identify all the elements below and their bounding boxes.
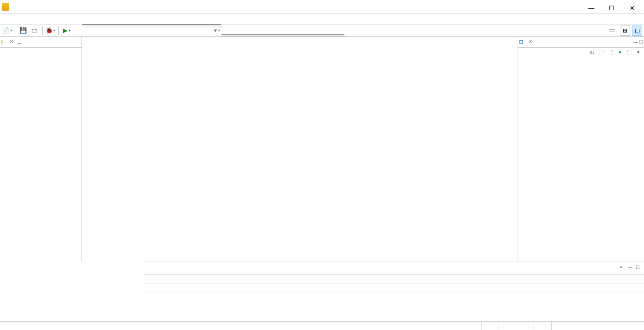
problems-table[interactable] — [144, 274, 644, 321]
quick-access[interactable] — [609, 29, 615, 32]
ext-tools-button[interactable]: ▾ — [212, 25, 222, 36]
save-button[interactable]: 💾 — [18, 25, 28, 36]
php-perspective-button[interactable]: ▢ — [632, 25, 642, 36]
outline-tree[interactable] — [518, 58, 644, 261]
maximize-icon[interactable]: ☐ — [636, 265, 642, 270]
titlebar: — ☐ ✕ — [0, 0, 644, 14]
debug-button[interactable]: 🐞 — [45, 25, 56, 36]
new-button[interactable]: 📄 — [2, 25, 12, 36]
window-buttons: — ☐ ✕ — [581, 2, 642, 12]
bottom-panel: ▾ — ☐ — [144, 261, 644, 321]
view-menu-icon[interactable]: ▾ — [620, 265, 626, 270]
filter-icon[interactable]: ⬚ — [598, 49, 605, 57]
outline-tab[interactable]: ✕ — [524, 38, 535, 46]
sort-icon[interactable]: a↓ — [588, 49, 596, 57]
outline-toolbar: a↓ ⬚ ⬚ ● ⬚ ▾ — [518, 48, 644, 58]
outline-panel: ⊟ ✕ — ☐ a↓ ⬚ ⬚ ● ⬚ ▾ — [518, 37, 644, 261]
status-insert — [499, 322, 516, 330]
status-readonly — [481, 322, 499, 330]
close-icon[interactable]: ✕ — [8, 39, 14, 45]
editor-area: — ☐ — [82, 37, 518, 261]
local-icon[interactable]: ⬚ — [625, 49, 633, 57]
project-explorer-panel: ⎘ ✕ ☰ — [0, 37, 82, 261]
remote-tab[interactable] — [23, 41, 26, 43]
maximize-icon[interactable]: ☐ — [639, 39, 643, 44]
hide-icon[interactable]: ⬚ — [607, 49, 614, 57]
bottom-tabs: ▾ — ☐ — [144, 261, 644, 273]
menubar — [0, 14, 644, 24]
workspace: ⎘ ✕ ☰ — ☐ ⊟ ✕ — ☐ — [0, 37, 644, 261]
status-position — [516, 322, 533, 330]
run-button[interactable]: ▶ — [62, 25, 72, 36]
menu-icon[interactable]: ▾ — [635, 49, 642, 57]
minimize-icon[interactable]: — — [628, 265, 634, 270]
statusbar — [0, 321, 644, 330]
save-all-button[interactable]: 🗃 — [29, 25, 39, 36]
project-explorer-tab[interactable]: ✕ — [5, 38, 16, 46]
close-icon[interactable]: ✕ — [527, 39, 533, 45]
pub-icon[interactable]: ● — [616, 49, 624, 57]
project-tree[interactable] — [0, 48, 81, 261]
open-perspective-button[interactable]: ⊞ — [620, 25, 630, 36]
minimize-icon[interactable]: — — [633, 39, 638, 44]
navigate-menu-dropdown[interactable] — [82, 24, 221, 25]
app-icon — [2, 3, 9, 11]
code-editor[interactable] — [82, 37, 518, 261]
goto-submenu-dropdown[interactable] — [221, 34, 344, 35]
minimize-button[interactable]: — — [581, 2, 601, 12]
maximize-button[interactable]: ☐ — [601, 2, 622, 12]
close-button[interactable]: ✕ — [622, 2, 642, 12]
